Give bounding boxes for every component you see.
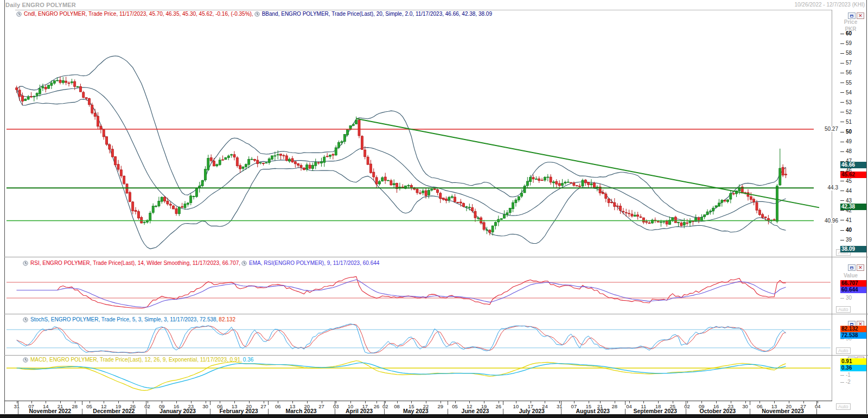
level-line-label: 50.27 [814,126,839,132]
macd-pane-legend[interactable]: MACD, ENGRO POLYMER, Trade Price(Last), … [23,357,253,363]
macd-tick-label: -2 [846,379,851,385]
month-boundary-tick [625,401,626,405]
day-tick-label: 30 [742,404,748,409]
month-label: February 2023 [219,408,258,414]
rsi-axis-title: Value [835,273,866,278]
price-axis-title: Price [835,19,866,25]
tick-dash [840,102,844,103]
month-separator [750,409,750,414]
stoch-pane-legend[interactable]: StochS, ENGRO POLYMER, Trade Price, 5, 3… [23,316,235,322]
tick-dash [840,132,844,132]
close-icon[interactable]: ✕ [857,12,864,19]
month-label: October 2023 [700,408,736,414]
tick-dash [840,112,844,112]
price-value-badge: 45.62 [840,172,866,178]
tick-dash [840,43,844,44]
month-boundary-tick [686,401,686,405]
month-separator [448,409,448,414]
tick-dash [840,200,844,201]
price-tick-label: 53 [846,100,852,105]
indicator-clock-icon [23,357,28,363]
price-tick-label: 45 [846,179,852,184]
auto-scale-button[interactable]: Auto [836,403,851,410]
month-separator [210,409,210,414]
price-value-badge: 46.66 [840,162,866,168]
tick-dash [840,63,844,64]
price-tick-label: 41 [846,218,852,223]
restore-button[interactable] [848,264,856,271]
stoch-value-badge: 82.132 [840,326,866,332]
macd-value-badge: 0.36 [840,365,866,371]
indicator-clock-icon [254,11,260,17]
legend-text: StochS, ENGRO POLYMER, Trade Price, 5, 3… [30,316,218,322]
price-tick-label: 49 [846,139,852,144]
day-tick-label: 28 [72,404,78,409]
macd-tick-label: -1 [846,372,851,378]
price-tick-label: 40 [846,227,852,233]
close-icon[interactable]: ✕ [857,264,864,271]
tick-dash [840,181,844,181]
day-tick-label: 26 [496,404,502,409]
price-pane-legend[interactable]: Cndl, ENGRO POLYMER, Trade Price, 11/17/… [16,11,492,17]
month-separator [816,409,817,414]
legend-text: BBand, ENGRO POLYMER, Trade Price(Last),… [262,11,492,17]
level-line-label: 44.3 [814,185,839,191]
day-tick-label: 04 [815,404,821,409]
month-boundary-tick [82,401,82,405]
indicator-clock-icon [16,11,22,17]
price-tick-label: 43 [846,198,852,204]
macd-value-badge: 0.91 [840,358,866,365]
month-label: November 2022 [29,408,71,414]
month-boundary-tick [335,401,335,405]
auto-scale-button[interactable]: Auto [836,347,851,354]
month-separator [625,409,626,414]
legend-text: 0.36 [243,357,253,363]
month-boundary-tick [750,401,750,405]
month-label: January 2023 [159,408,196,414]
tick-dash [840,34,844,34]
month-label: December 2022 [93,408,135,414]
indicator-clock-icon [23,261,28,266]
day-tick-label: 30 [202,404,208,409]
day-tick-label: 04 [626,404,632,409]
day-tick-label: 02 [382,404,388,409]
tick-dash [840,230,844,231]
month-separator [503,409,503,414]
month-label: August 2023 [576,408,609,414]
month-boundary-tick [268,401,269,405]
month-label: March 2023 [285,408,316,414]
month-boundary-tick [146,401,146,405]
auto-scale-button[interactable]: Auto [836,306,851,313]
price-value-badge: 38.09 [840,246,866,252]
indicator-clock-icon [241,261,247,266]
tick-dash [840,382,844,383]
rsi-pane-legend[interactable]: RSI, ENGRO POLYMER, Trade Price(Last), 1… [23,260,379,266]
day-tick-label: 03 [333,404,339,409]
legend-text: Cndl, ENGRO POLYMER, Trade Price, 11/17/… [24,11,253,17]
month-label: November 2023 [762,408,804,414]
month-separator [18,409,18,414]
price-tick-label: 52 [846,110,852,115]
price-tick-label: 59 [846,41,852,46]
month-label: September 2023 [633,408,677,414]
day-tick-label: 26 [374,404,380,409]
day-tick-label: 27 [260,404,266,409]
indicator-clock-icon [23,317,28,322]
stoch-value-badge: 72.538 [840,332,866,339]
month-label: June 2023 [462,408,489,414]
rsi-tick-label: 30 [846,295,852,301]
price-tick-label: 50 [846,129,852,135]
day-tick-label: 28 [612,404,618,409]
month-boundary-tick [384,401,385,405]
day-tick-label: 05 [452,404,458,409]
restore-button[interactable] [848,12,856,19]
price-tick-label: 44 [846,188,852,194]
tick-dash [840,298,844,299]
chart-canvas[interactable] [0,0,868,418]
month-boundary-tick [210,401,210,405]
day-tick-label: 05 [86,404,92,409]
price-tick-label: 57 [846,60,852,66]
day-tick-label: 08 [394,404,400,409]
month-boundary-tick [816,401,817,405]
tick-dash [840,92,844,93]
